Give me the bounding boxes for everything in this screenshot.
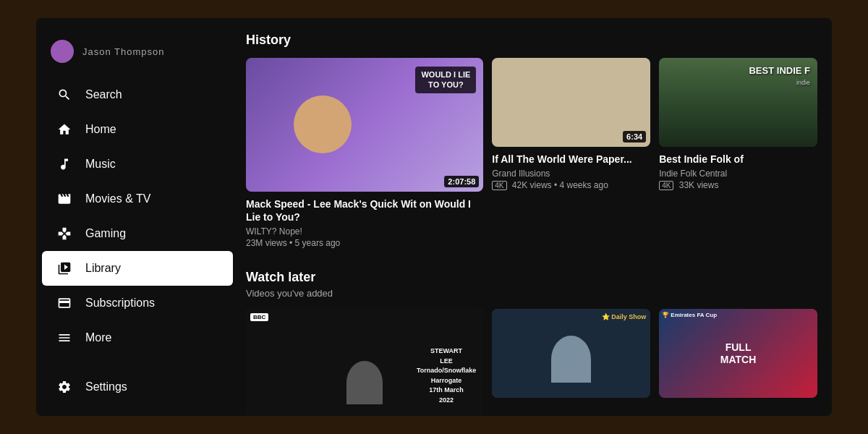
user-profile[interactable]: Jason Thompson — [36, 33, 239, 77]
sidebar-item-movies[interactable]: Movies & TV — [42, 182, 233, 216]
video-card-fa[interactable]: 🏆 Emirates FA Cup FULLMATCH — [659, 309, 817, 416]
sidebar-item-label: Search — [85, 88, 122, 101]
stewart-text: STEWARTLEETornado/SnowflakeHarrogate17th… — [417, 346, 476, 405]
thumbnail-stewart: BBC STEWARTLEETornado/SnowflakeHarrogate… — [246, 309, 483, 416]
sidebar-item-more[interactable]: More — [42, 320, 233, 355]
indie-thumb-text: BEST INDIE Findie — [749, 65, 810, 87]
thumbnail-daily: ⭐ Daily Show — [492, 309, 650, 398]
tv-screen: Jason Thompson Search Home — [36, 18, 832, 416]
sidebar-item-label: Gaming — [85, 227, 126, 240]
settings-icon — [56, 380, 72, 394]
video-channel: WILTY? Nope! — [246, 226, 483, 237]
video-channel: Grand Illusions — [492, 169, 650, 179]
bbc-logo: BBC — [250, 313, 268, 321]
more-icon — [56, 331, 72, 345]
fa-cup-logo: 🏆 Emirates FA Cup — [662, 312, 717, 318]
thumbnail-fa: 🏆 Emirates FA Cup FULLMATCH — [659, 309, 817, 398]
subscriptions-icon — [56, 296, 72, 310]
history-title: History — [246, 33, 817, 48]
daily-show-logo: ⭐ Daily Show — [602, 313, 647, 320]
watchlater-subtitle: Videos you've added — [246, 288, 817, 299]
video-card-stewart[interactable]: BBC STEWARTLEETornado/SnowflakeHarrogate… — [246, 309, 483, 416]
video-title: Best Indie Folk of — [659, 153, 817, 166]
sidebar-item-label: Music — [85, 158, 116, 171]
username: Jason Thompson — [82, 46, 165, 57]
watchlater-section: Watch later Videos you've added BBC STEW… — [246, 270, 817, 416]
sidebar-item-label: More — [85, 331, 111, 344]
sidebar-item-library[interactable]: Library — [42, 251, 233, 286]
sidebar-item-gaming[interactable]: Gaming — [42, 216, 233, 251]
quality-badge: 4K — [492, 181, 506, 190]
video-card-indie[interactable]: BEST INDIE Findie Best Indie Folk of Ind… — [659, 58, 817, 248]
video-card-daily[interactable]: ⭐ Daily Show — [492, 309, 650, 416]
watchlater-title: Watch later — [246, 270, 817, 285]
avatar — [51, 40, 74, 63]
gaming-icon — [56, 226, 72, 241]
duration-badge: 2:07:58 — [444, 176, 479, 187]
home-icon — [56, 122, 72, 137]
video-card-paper[interactable]: 6:34 If All The World Were Paper... Gran… — [492, 58, 650, 248]
fa-text: FULLMATCH — [720, 341, 757, 366]
video-card-wilty[interactable]: WOULD I LIETO YOU? 2:07:58 Mack Speed - … — [246, 58, 483, 248]
thumbnail-indie: BEST INDIE Findie — [659, 58, 817, 147]
duration-badge: 6:34 — [623, 131, 646, 142]
video-meta: 23M views • 5 years ago — [246, 238, 483, 248]
thumb-overlay-text: WOULD I LIETO YOU? — [415, 67, 476, 93]
history-section: History WOULD I LIETO YOU? 2:07:58 Mack … — [246, 33, 817, 248]
history-video-row: WOULD I LIETO YOU? 2:07:58 Mack Speed - … — [246, 58, 817, 248]
search-icon — [56, 88, 72, 102]
sidebar: Jason Thompson Search Home — [36, 18, 239, 416]
library-icon — [56, 261, 72, 276]
sidebar-item-label: Home — [85, 123, 116, 136]
sidebar-item-search[interactable]: Search — [42, 77, 233, 112]
video-title: Mack Speed - Lee Mack's Quick Wit on Wou… — [246, 197, 483, 224]
movies-icon — [56, 192, 72, 206]
video-meta: 4K 42K views • 4 weeks ago — [492, 180, 650, 190]
sidebar-item-label: Settings — [85, 380, 127, 393]
quality-badge: 4K — [659, 181, 673, 190]
thumbnail-wilty: WOULD I LIETO YOU? 2:07:58 — [246, 58, 483, 192]
sidebar-item-home[interactable]: Home — [42, 112, 233, 147]
sidebar-item-settings[interactable]: Settings — [42, 370, 233, 401]
sidebar-item-label: Library — [85, 262, 121, 275]
thumbnail-paper: 6:34 — [492, 58, 650, 147]
sidebar-item-label: Movies & TV — [85, 192, 150, 205]
video-meta: 4K 33K views — [659, 180, 817, 190]
watchlater-video-row: BBC STEWARTLEETornado/SnowflakeHarrogate… — [246, 309, 817, 416]
video-title: If All The World Were Paper... — [492, 153, 650, 166]
main-content: History WOULD I LIETO YOU? 2:07:58 Mack … — [239, 18, 832, 416]
music-icon — [56, 157, 72, 171]
sidebar-item-music[interactable]: Music — [42, 147, 233, 182]
sidebar-item-label: Subscriptions — [85, 297, 155, 310]
video-channel: Indie Folk Central — [659, 169, 817, 179]
sidebar-item-subscriptions[interactable]: Subscriptions — [42, 286, 233, 320]
nav-items: Search Home Music Movie — [36, 77, 239, 370]
